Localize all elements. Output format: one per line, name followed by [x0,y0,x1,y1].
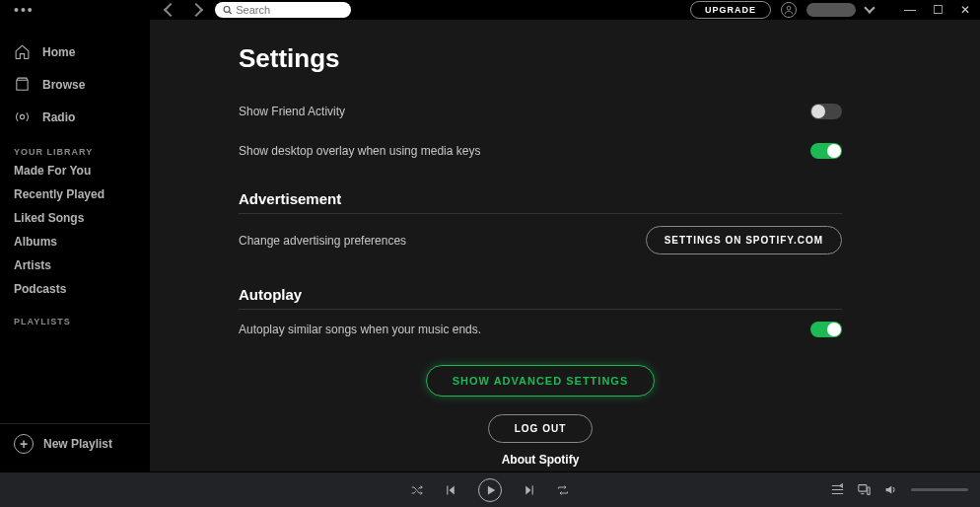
logout-button[interactable]: LOG OUT [488,414,594,443]
svg-rect-5 [868,487,870,494]
search-icon [223,5,232,15]
sidebar-item-home[interactable]: Home [0,36,150,68]
svg-point-2 [787,6,791,10]
queue-button[interactable] [831,483,844,496]
settings-on-spotify-button[interactable]: SETTINGS ON SPOTIFY.COM [646,226,842,254]
sidebar-item-made-for-you[interactable]: Made For You [0,159,150,182]
home-icon [14,43,31,60]
repeat-button[interactable] [557,484,569,496]
window-minimize-icon[interactable]: — [903,4,917,16]
devices-button[interactable] [858,483,871,496]
play-button[interactable] [478,478,502,502]
new-playlist-label: New Playlist [43,437,112,451]
plus-icon: + [14,434,34,454]
radio-icon [14,109,31,125]
setting-label-friend-activity: Show Friend Activity [239,105,345,118]
shuffle-button[interactable] [411,484,423,496]
svg-point-3 [20,114,24,118]
search-input[interactable] [232,4,343,16]
sidebar: Home Browse Radio YOUR LIBRARY Made For … [0,20,150,471]
toggle-friend-activity[interactable] [810,104,842,119]
window-close-icon[interactable]: ✕ [958,4,972,16]
about-spotify-label: About Spotify [239,453,842,467]
content-area: Settings Show Friend Activity Show deskt… [150,20,980,471]
sidebar-item-albums[interactable]: Albums [0,230,150,254]
sidebar-item-label: Radio [42,110,75,124]
player-bar [0,471,980,507]
user-name-pill[interactable] [806,3,856,17]
section-advertisement: Advertisement [239,190,842,214]
sidebar-item-label: Home [42,45,75,59]
new-playlist-button[interactable]: + New Playlist [0,423,150,471]
sidebar-item-browse[interactable]: Browse [0,68,150,101]
previous-button[interactable] [445,484,456,496]
upgrade-button[interactable]: UPGRADE [690,1,771,19]
nav-forward-icon[interactable] [189,3,203,17]
sidebar-item-podcasts[interactable]: Podcasts [0,277,150,301]
library-header: YOUR LIBRARY [0,139,150,159]
svg-rect-4 [859,485,867,492]
sidebar-item-artists[interactable]: Artists [0,254,150,277]
setting-label-advertising: Change advertising preferences [239,234,406,248]
volume-button[interactable] [884,483,897,496]
setting-label-overlay: Show desktop overlay when using media ke… [239,144,480,158]
sidebar-item-label: Browse [42,78,85,92]
search-box[interactable] [215,2,351,18]
section-autoplay: Autoplay [239,286,842,310]
nav-back-icon[interactable] [164,3,177,17]
playlists-header: PLAYLISTS [0,301,150,330]
page-title: Settings [239,43,842,74]
user-icon[interactable] [781,2,797,18]
sidebar-item-recently-played[interactable]: Recently Played [0,182,150,206]
show-advanced-settings-button[interactable]: SHOW ADVANCED SETTINGS [426,365,655,397]
browse-icon [14,76,31,93]
sidebar-item-radio[interactable]: Radio [0,101,150,133]
window-maximize-icon[interactable]: ☐ [931,4,945,16]
sidebar-item-liked-songs[interactable]: Liked Songs [0,206,150,230]
user-menu-chevron-icon[interactable] [864,2,875,13]
svg-point-0 [224,7,230,13]
app-menu-dots[interactable]: ••• [14,2,35,18]
toggle-overlay[interactable] [810,143,842,159]
volume-slider[interactable] [911,488,968,491]
toggle-autoplay[interactable] [810,322,842,337]
next-button[interactable] [524,484,535,496]
setting-label-autoplay: Autoplay similar songs when your music e… [239,323,481,336]
